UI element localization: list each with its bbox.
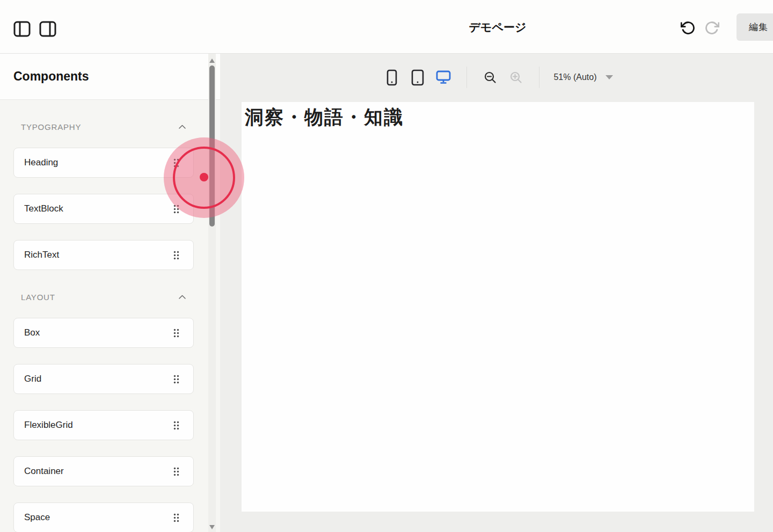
component-card-label: Grid <box>24 374 41 384</box>
toolbar-divider <box>539 67 539 88</box>
edit-button[interactable]: 編集 <box>736 13 773 41</box>
sidebar-header: Components <box>0 54 220 100</box>
device-mobile-button[interactable] <box>383 67 401 88</box>
mobile-icon <box>386 69 397 86</box>
redo-icon <box>704 20 719 35</box>
tablet-icon <box>411 69 424 86</box>
sidebar-sections: TYPOGRAPHY Heading TextBlock RichTex <box>0 122 220 532</box>
component-card[interactable]: Container <box>13 456 194 486</box>
component-card-label: Heading <box>24 157 58 168</box>
scrollbar-thumb[interactable] <box>209 65 215 227</box>
toggle-right-panel-button[interactable] <box>39 20 57 38</box>
toolbar-divider <box>466 67 467 88</box>
zoom-level-select[interactable]: 51% (Auto) <box>553 72 612 82</box>
component-card[interactable]: Grid <box>13 364 194 394</box>
component-card-label: Box <box>24 327 40 338</box>
toggle-left-panel-button[interactable] <box>13 20 32 38</box>
scroll-down-arrow-icon[interactable] <box>209 525 215 529</box>
component-card[interactable]: FlexibleGrid <box>13 410 194 440</box>
zoom-in-icon <box>509 71 523 84</box>
device-desktop-button[interactable] <box>434 67 453 88</box>
panel-left-icon <box>13 21 31 37</box>
sidebar-section: TYPOGRAPHY Heading TextBlock RichTex <box>13 122 220 270</box>
component-card-label: Container <box>24 466 64 477</box>
page-title: デモページ <box>469 20 527 35</box>
drag-handle-icon[interactable] <box>173 421 179 430</box>
panel-right-icon <box>39 21 56 37</box>
drag-handle-icon[interactable] <box>173 375 179 384</box>
zoom-level-label: 51% (Auto) <box>553 72 596 82</box>
component-card-label: FlexibleGrid <box>24 420 73 431</box>
canvas-heading[interactable]: 洞察・物語・知識 <box>242 102 754 130</box>
sidebar-section: LAYOUT Box Grid FlexibleGrid <box>13 292 220 532</box>
component-card[interactable]: Heading <box>13 148 194 178</box>
drag-handle-icon[interactable] <box>173 251 179 260</box>
drag-handle-icon[interactable] <box>173 513 179 522</box>
device-tablet-button[interactable] <box>409 67 427 88</box>
component-card[interactable]: RichText <box>13 240 194 270</box>
desktop-icon <box>436 70 451 84</box>
topbar: デモページ 編集 <box>0 0 773 54</box>
component-card-label: Space <box>24 512 50 523</box>
chevron-up-icon[interactable] <box>178 124 186 129</box>
chevron-up-icon[interactable] <box>178 294 186 300</box>
canvas-toolbar: 51% (Auto) <box>242 64 754 90</box>
section-items: Heading TextBlock RichText <box>13 148 220 270</box>
section-header[interactable]: TYPOGRAPHY <box>13 122 194 132</box>
redo-button[interactable] <box>704 20 720 36</box>
chevron-down-icon <box>606 75 613 79</box>
section-label: TYPOGRAPHY <box>21 122 81 132</box>
section-items: Box Grid FlexibleGrid <box>13 318 220 532</box>
scroll-up-arrow-icon[interactable] <box>209 59 215 63</box>
component-card[interactable]: Space <box>13 502 194 532</box>
sidebar-scrollbar[interactable] <box>208 54 216 532</box>
canvas-page[interactable]: 洞察・物語・知識 <box>242 102 754 512</box>
zoom-out-button[interactable] <box>481 67 499 88</box>
zoom-in-button[interactable] <box>507 67 525 88</box>
sidebar-title: Components <box>13 69 220 84</box>
component-card-label: TextBlock <box>24 203 63 214</box>
component-card-label: RichText <box>24 250 59 260</box>
drag-handle-icon[interactable] <box>173 467 179 476</box>
drag-handle-icon[interactable] <box>173 329 179 338</box>
component-card[interactable]: Box <box>13 318 194 348</box>
undo-icon <box>681 20 696 35</box>
components-sidebar: Components TYPOGRAPHY Heading TextBlock <box>0 54 220 532</box>
section-label: LAYOUT <box>21 293 55 302</box>
component-card[interactable]: TextBlock <box>13 194 194 224</box>
drag-handle-icon[interactable] <box>173 205 179 214</box>
drag-handle-icon[interactable] <box>173 158 179 167</box>
zoom-out-icon <box>484 71 497 84</box>
section-header[interactable]: LAYOUT <box>13 292 194 302</box>
undo-button[interactable] <box>681 20 697 36</box>
